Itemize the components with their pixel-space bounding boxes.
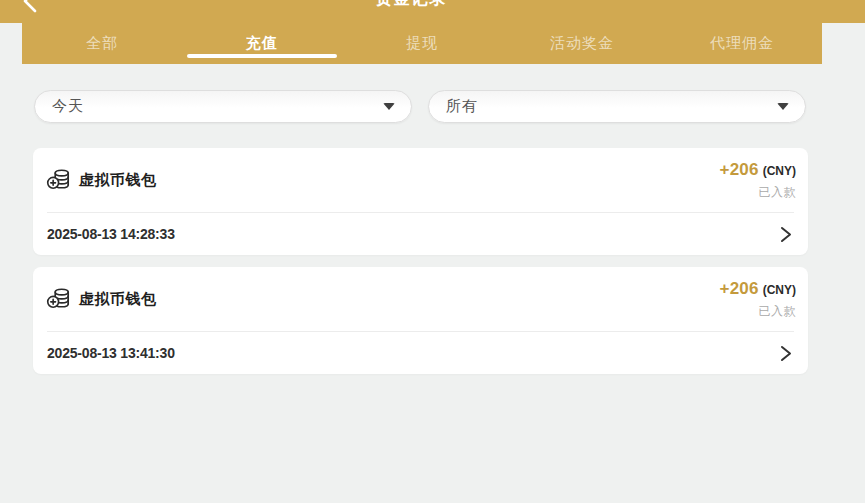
tab-withdraw-label: 提现 bbox=[406, 34, 438, 53]
page-title: 资金记录 bbox=[0, 0, 822, 9]
tab-deposit[interactable]: 充值 bbox=[182, 23, 342, 64]
app-header: 资金记录 bbox=[0, 0, 865, 23]
caret-down-icon bbox=[777, 103, 789, 110]
filter-row: 今天 所有 bbox=[34, 90, 806, 123]
transaction-card[interactable]: 虚拟币钱包 +206 (CNY) 已入款 2025-08-13 13:41:30 bbox=[33, 267, 808, 374]
transaction-card-bottom: 2025-08-13 13:41:30 bbox=[33, 332, 808, 374]
tab-all[interactable]: 全部 bbox=[22, 23, 182, 64]
tab-all-label: 全部 bbox=[86, 34, 118, 53]
amount-currency: (CNY) bbox=[763, 164, 796, 178]
tab-agent-commission[interactable]: 代理佣金 bbox=[662, 23, 822, 64]
tab-activity-bonus[interactable]: 活动奖金 bbox=[502, 23, 662, 64]
tab-activity-bonus-label: 活动奖金 bbox=[550, 34, 614, 53]
tab-agent-commission-label: 代理佣金 bbox=[710, 34, 774, 53]
chevron-right-icon[interactable] bbox=[779, 226, 792, 243]
transaction-datetime: 2025-08-13 13:41:30 bbox=[47, 345, 175, 361]
type-filter-value: 所有 bbox=[446, 97, 478, 116]
date-filter-value: 今天 bbox=[52, 97, 84, 116]
caret-down-icon bbox=[383, 103, 395, 110]
wallet-name: 虚拟币钱包 bbox=[79, 171, 157, 190]
status-badge: 已入款 bbox=[720, 184, 796, 201]
type-filter-select[interactable]: 所有 bbox=[428, 90, 806, 123]
amount-block: +206 (CNY) 已入款 bbox=[720, 279, 796, 320]
date-filter-select[interactable]: 今天 bbox=[34, 90, 412, 123]
transaction-card-top: 虚拟币钱包 +206 (CNY) 已入款 bbox=[33, 267, 808, 331]
amount-currency: (CNY) bbox=[763, 283, 796, 297]
tab-deposit-label: 充值 bbox=[246, 34, 278, 53]
wallet-name: 虚拟币钱包 bbox=[79, 290, 157, 309]
transaction-card-bottom: 2025-08-13 14:28:33 bbox=[33, 213, 808, 255]
transaction-list: 虚拟币钱包 +206 (CNY) 已入款 2025-08-13 14:28:33 bbox=[33, 148, 808, 374]
amount-value: +206 bbox=[720, 160, 759, 180]
coins-plus-icon bbox=[46, 286, 72, 312]
tab-withdraw[interactable]: 提现 bbox=[342, 23, 502, 64]
chevron-right-icon[interactable] bbox=[779, 345, 792, 362]
coins-plus-icon bbox=[46, 167, 72, 193]
amount-value: +206 bbox=[720, 279, 759, 299]
active-tab-underline bbox=[187, 54, 337, 58]
amount-block: +206 (CNY) 已入款 bbox=[720, 160, 796, 201]
transaction-datetime: 2025-08-13 14:28:33 bbox=[47, 226, 175, 242]
transaction-card[interactable]: 虚拟币钱包 +206 (CNY) 已入款 2025-08-13 14:28:33 bbox=[33, 148, 808, 255]
tab-bar: 全部 充值 提现 活动奖金 代理佣金 bbox=[22, 23, 822, 64]
status-badge: 已入款 bbox=[720, 303, 796, 320]
transaction-card-top: 虚拟币钱包 +206 (CNY) 已入款 bbox=[33, 148, 808, 212]
